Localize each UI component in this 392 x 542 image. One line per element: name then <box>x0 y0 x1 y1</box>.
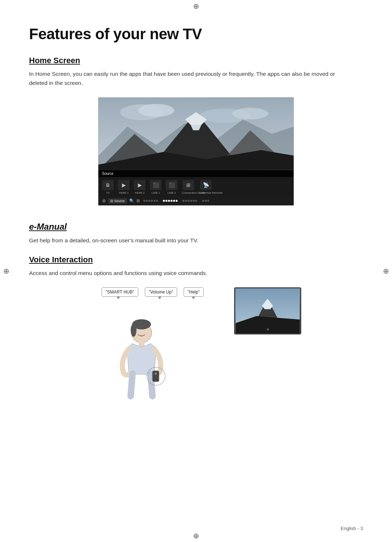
voice-interaction-section: Voice Interaction Access and control men… <box>29 255 363 403</box>
tv-bottom-dots <box>143 200 209 202</box>
dot <box>163 200 165 202</box>
tv-icon-connection: ⊞ Connection Guide <box>182 180 195 194</box>
voice-interaction-heading: Voice Interaction <box>29 255 363 264</box>
tv-source-bar: Source <box>98 170 294 177</box>
tv-icon-hdmi2-label: HDMI 2 <box>135 191 144 194</box>
voice-interaction-description: Access and control menu options and func… <box>29 269 341 278</box>
speech-bubble-smarthub: "SMART HUB" <box>102 287 138 297</box>
dot <box>148 200 150 202</box>
search-icon: 🔍 <box>129 198 134 203</box>
tv-icon-hdmi1-symbol: ▶ <box>118 180 130 190</box>
speech-bubble-volume: "Volume Up" <box>145 287 177 297</box>
tv-icon-connection-label: Connection Guide <box>182 191 195 194</box>
dot <box>185 200 187 202</box>
tv-icon-usb1-label: USB 1 <box>151 191 160 194</box>
emanual-description: Get help from a detailed, on-screen user… <box>29 236 341 245</box>
dot <box>188 200 189 202</box>
dot <box>193 200 195 202</box>
dots-group-3 <box>183 200 197 202</box>
dot <box>195 200 197 202</box>
tv-icon-connection-symbol: ⊞ <box>183 180 194 190</box>
tv-power-dot <box>267 328 269 330</box>
tv-icon-remote-symbol: 📡 <box>200 180 212 190</box>
dot <box>166 200 167 202</box>
voice-tv <box>234 287 301 334</box>
grid-icon: ⊞ <box>136 198 140 203</box>
dot <box>183 200 184 202</box>
dots-group-4 <box>202 200 209 202</box>
dot <box>156 200 158 202</box>
tv-icon-usb2: ⬛ USB 2 <box>166 180 177 194</box>
dot <box>173 200 175 202</box>
tv-mountain-image <box>98 98 294 170</box>
dot <box>151 200 153 202</box>
voice-tv-landscape-svg <box>235 288 300 333</box>
tv-icon-tv: 🖥 TV <box>102 180 114 194</box>
tv-icon-hdmi2-symbol: ▶ <box>134 180 146 190</box>
dot <box>168 200 170 202</box>
tv-icon-tv-label: TV <box>106 191 110 194</box>
dot <box>171 200 172 202</box>
dot <box>154 200 155 202</box>
gear-icon: ⚙ <box>102 198 106 204</box>
svg-point-2 <box>138 104 175 117</box>
speech-bubble-help: "Help" <box>184 287 204 297</box>
voice-illustration: "SMART HUB" "Volume Up" "Help" <box>29 287 363 403</box>
dots-group-2 <box>163 200 177 202</box>
home-screen-heading: Home Screen <box>29 56 363 65</box>
dot <box>202 200 204 202</box>
svg-point-22 <box>155 373 157 375</box>
tv-icon-usb2-label: USB 2 <box>167 191 176 194</box>
footer-page-number: English - 3 <box>341 526 363 531</box>
person-figure-svg <box>113 316 171 400</box>
tv-icon-usb2-symbol: ⬛ <box>166 180 177 190</box>
home-screen-description: In Home Screen, you can easily run the a… <box>29 70 341 88</box>
home-screen-section: Home Screen In Home Screen, you can easi… <box>29 56 363 206</box>
tv-icons-row: 🖥 TV ▶ HDMI 1 ▶ HDMI 2 ⬛ USB 1 <box>98 177 294 197</box>
dot <box>146 200 148 202</box>
tv-screenshot-container: Source 🖥 TV ▶ HDMI 1 ▶ HDMI 2 <box>29 97 363 206</box>
tv-icon-tv-symbol: 🖥 <box>102 180 114 190</box>
tv-bottom-source-button: ⊟ Source <box>108 198 127 204</box>
tv-icon-usb1-symbol: ⬛ <box>150 180 162 190</box>
source-label: Source <box>114 199 125 203</box>
svg-point-18 <box>131 324 136 337</box>
svg-rect-21 <box>152 371 159 382</box>
mountain-svg <box>98 98 294 170</box>
svg-point-4 <box>232 108 269 119</box>
tv-source-label: Source <box>102 172 114 176</box>
emanual-section: e-Manual Get help from a detailed, on-sc… <box>29 222 363 245</box>
tv-icon-hdmi1-label: HDMI 1 <box>119 191 128 194</box>
dot <box>205 200 207 202</box>
dot <box>176 200 177 202</box>
dot <box>143 200 145 202</box>
voice-tv-screen <box>235 288 300 333</box>
tv-bottom-bar: ⚙ ⊟ Source 🔍 ⊞ <box>98 197 294 205</box>
dot <box>207 200 209 202</box>
crosshair-bottom: ⊕ <box>192 532 200 540</box>
page-title: Features of your new TV <box>29 25 363 43</box>
source-icon: ⊟ <box>110 199 113 203</box>
tv-icon-remote-label: Universal Remote <box>199 191 212 194</box>
speech-bubbles: "SMART HUB" "Volume Up" "Help" <box>102 287 204 297</box>
emanual-heading: e-Manual <box>29 222 363 232</box>
tv-icon-hdmi2: ▶ HDMI 2 <box>134 180 146 194</box>
tv-icon-hdmi1: ▶ HDMI 1 <box>118 180 130 194</box>
dots-group-1 <box>143 200 158 202</box>
tv-screenshot: Source 🖥 TV ▶ HDMI 1 ▶ HDMI 2 <box>98 97 294 206</box>
dot <box>190 200 192 202</box>
tv-icon-remote: 📡 Universal Remote <box>199 180 212 194</box>
voice-illustration-inner: "SMART HUB" "Volume Up" "Help" <box>91 287 301 400</box>
tv-icon-usb1: ⬛ USB 1 <box>150 180 162 194</box>
